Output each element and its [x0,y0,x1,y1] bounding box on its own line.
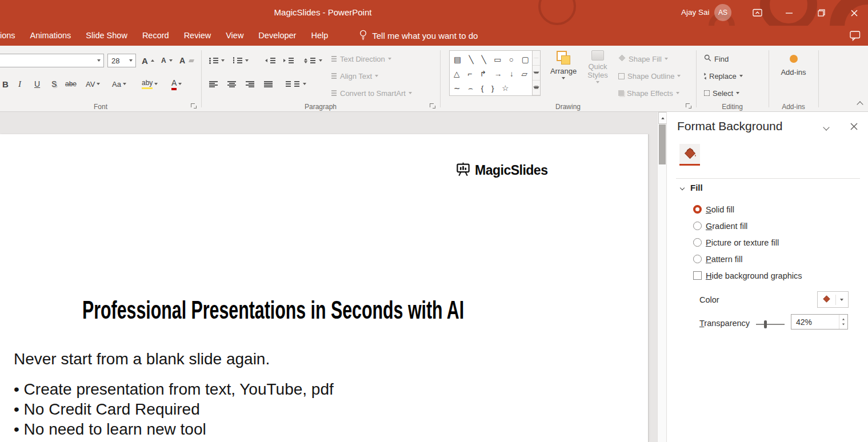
line-spacing-button[interactable] [304,53,322,68]
tab-slide-show[interactable]: Slide Show [78,26,135,46]
restore-button[interactable] [808,0,834,26]
chevron-down-icon[interactable] [94,59,103,62]
picture-fill-option[interactable]: Picture or texture fill [693,234,779,251]
bullets-button[interactable] [209,53,225,68]
character-spacing-button[interactable]: AV [86,77,100,91]
tab-help[interactable]: Help [303,26,335,46]
vertical-scrollbar[interactable] [657,112,666,442]
hide-background-graphics-option[interactable]: Hide background graphics [693,267,802,284]
panel-close-icon[interactable] [846,119,861,134]
group-label-paragraph: Paragraph [201,103,440,111]
increase-indent-button[interactable] [283,53,294,68]
fill-tab[interactable] [679,144,700,166]
text-direction-icon [331,55,337,62]
font-color-button[interactable]: A [171,77,182,91]
shape-icons-row[interactable]: ∼ ⌢ { } ☆ [454,81,532,95]
replace-button[interactable]: Replace [704,69,743,83]
slider-thumb[interactable] [764,320,767,328]
font-name-combobox[interactable] [0,54,104,67]
align-left-button[interactable] [209,77,218,91]
decrease-indent-button[interactable] [265,53,276,68]
transparency-input[interactable]: 42% [791,314,848,330]
text-direction-button[interactable]: Text Direction [331,51,391,66]
scroll-up-icon[interactable] [533,51,540,66]
addins-button[interactable]: Add-ins [769,55,818,77]
tab-transitions-partial[interactable]: ions [0,26,23,46]
arrange-button[interactable]: Arrange [547,50,579,79]
change-case-button[interactable]: Aa [112,77,126,91]
minimize-button[interactable] [776,0,802,26]
strikethrough-button[interactable]: abe [65,77,77,91]
bold-button[interactable]: B [2,77,9,91]
justify-button[interactable] [264,77,273,91]
chevron-down-icon[interactable] [126,59,135,62]
bullet-line[interactable]: • No Credit Card Required [14,399,334,419]
bullet-line[interactable]: • Create presentation from text, YouTube… [14,379,334,399]
panel-options-chevron-icon[interactable] [819,120,834,135]
slide-canvas[interactable]: MagicSlides Professional Presentations i… [0,112,657,442]
magicslides-logo[interactable]: MagicSlides [455,162,547,179]
font-dialog-launcher-icon[interactable] [191,103,197,109]
comments-icon[interactable] [847,30,862,42]
shape-icons-row[interactable]: △ ⌐ ↱ → ↓ ▱ [454,67,532,81]
checkbox-icon[interactable] [693,271,702,280]
fill-section-header[interactable]: Fill [681,183,703,192]
radio-icon[interactable] [693,238,702,247]
pattern-fill-option[interactable]: Pattern fill [693,251,742,267]
tab-animations[interactable]: Animations [23,26,79,46]
spin-up-icon[interactable] [842,318,845,320]
text-shadow-button[interactable]: S [51,77,57,91]
slide-bullets-textbox[interactable]: • Create presentation from text, YouTube… [14,379,334,439]
shape-outline-button[interactable]: Shape Outline [618,69,681,83]
transparency-slider[interactable] [756,324,785,325]
font-size-combobox[interactable]: 28 [107,54,136,67]
shapes-gallery[interactable]: ▤ ╲ ╲ ▭ ○ ▢ △ ⌐ ↱ → ↓ ▱ ∼ ⌢ { } ☆ [449,50,533,96]
color-picker-button[interactable] [817,291,849,308]
shape-icons-row[interactable]: ▤ ╲ ╲ ▭ ○ ▢ [454,53,532,67]
collapse-ribbon-icon[interactable] [857,101,863,107]
gallery-more-icon[interactable] [533,81,540,95]
align-text-button[interactable]: Align Text [331,69,378,83]
close-button[interactable] [841,0,867,26]
ribbon-display-options-icon[interactable] [744,0,770,26]
align-center-button[interactable] [227,77,236,91]
find-button[interactable]: Find [704,51,729,66]
spin-down-icon[interactable] [842,324,845,326]
tab-developer[interactable]: Developer [251,26,303,46]
radio-icon[interactable] [693,222,702,230]
tab-record[interactable]: Record [135,26,177,46]
scroll-up-button[interactable] [658,112,667,124]
slide[interactable]: MagicSlides Professional Presentations i… [0,134,649,442]
radio-icon[interactable] [693,255,702,263]
drawing-dialog-launcher-icon[interactable] [686,103,691,109]
tab-review[interactable]: Review [177,26,219,46]
quick-styles-button[interactable]: QuickStyles [582,50,614,83]
tell-me-box[interactable]: Tell me what you want to do [359,30,478,42]
decrease-font-size-button[interactable]: A [161,53,173,68]
clear-formatting-button[interactable]: A [179,53,194,68]
bullet-line[interactable]: • No need to learn new tool [14,419,334,439]
text-highlight-color-button[interactable]: aby [142,77,158,91]
columns-button[interactable] [286,77,306,91]
tab-view[interactable]: View [218,26,251,46]
underline-button[interactable]: U [34,77,40,91]
slide-title-textbox[interactable]: Professional Presentations in Seconds wi… [82,295,464,325]
gradient-fill-option[interactable]: Gradient fill [693,218,747,234]
numbering-button[interactable] [233,53,249,68]
select-button[interactable]: Select [704,86,739,101]
paragraph-dialog-launcher-icon[interactable] [430,103,435,109]
solid-fill-option[interactable]: Solid fill [693,201,734,218]
shape-fill-button[interactable]: Shape Fill [618,51,668,66]
shape-effects-button[interactable]: Shape Effects [618,86,679,101]
scrollbar-thumb[interactable] [659,124,666,164]
user-name[interactable]: Ajay Sai [681,8,710,17]
option-label: Solid fill [706,205,734,214]
slide-intro-textbox[interactable]: Never start from a blank slide again. [14,350,270,368]
radio-checked-icon[interactable] [693,205,702,214]
convert-to-smartart-button[interactable]: Convert to SmartArt [331,86,412,101]
scroll-down-icon[interactable] [533,66,540,81]
align-right-button[interactable] [246,77,254,91]
italic-button[interactable]: I [18,77,21,91]
increase-font-size-button[interactable]: A [142,53,154,68]
avatar[interactable]: AS [714,4,731,21]
